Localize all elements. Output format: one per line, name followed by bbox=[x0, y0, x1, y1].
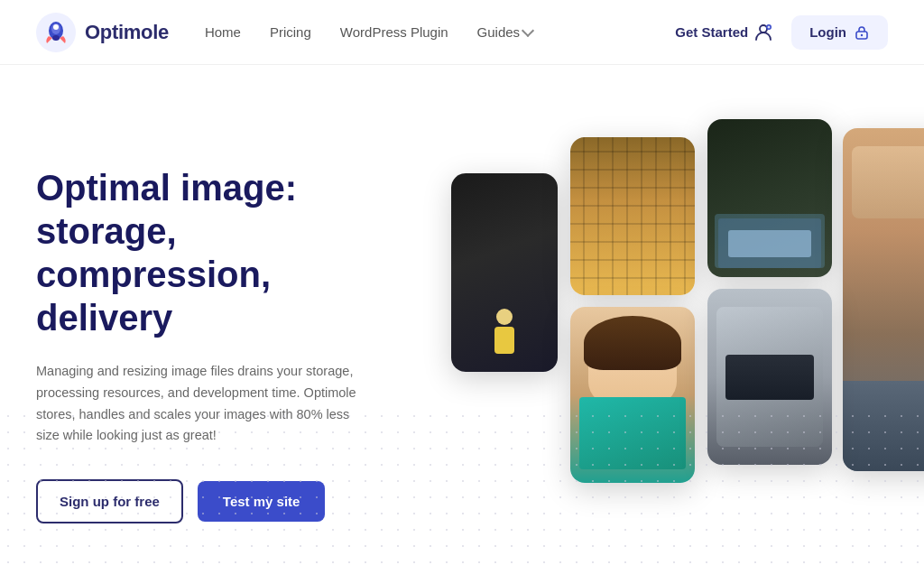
image-card-phone-person bbox=[451, 173, 558, 372]
image-card-subway bbox=[707, 119, 832, 277]
svg-point-8 bbox=[861, 33, 863, 35]
navbar: Optimole Home Pricing WordPress Plugin G… bbox=[0, 0, 924, 65]
nav-wordpress-plugin[interactable]: WordPress Plugin bbox=[340, 24, 448, 40]
svg-point-3 bbox=[53, 24, 59, 30]
lock-icon bbox=[854, 24, 870, 41]
brand-name: Optimole bbox=[85, 21, 169, 44]
nav-pricing[interactable]: Pricing bbox=[270, 24, 311, 40]
get-started-button[interactable]: Get Started bbox=[675, 23, 773, 42]
nav-guides[interactable]: Guides bbox=[477, 24, 533, 40]
logo-icon bbox=[36, 13, 76, 52]
nav-links: Home Pricing WordPress Plugin Guides bbox=[205, 24, 675, 40]
login-button[interactable]: Login bbox=[791, 15, 888, 50]
hero-section: Optimal image: storage, compression, del… bbox=[0, 65, 924, 565]
nav-right: Get Started Login bbox=[675, 15, 888, 50]
nav-home[interactable]: Home bbox=[205, 24, 241, 40]
svg-point-5 bbox=[760, 25, 767, 32]
hero-title: Optimal image: storage, compression, del… bbox=[36, 166, 415, 339]
chevron-down-icon bbox=[522, 24, 534, 37]
logo-link[interactable]: Optimole bbox=[36, 13, 169, 52]
person-icon bbox=[753, 23, 773, 42]
svg-point-4 bbox=[52, 35, 60, 41]
dotted-background bbox=[0, 408, 924, 565]
image-card-building: // We'll generate grid cells inline bbox=[570, 137, 695, 295]
